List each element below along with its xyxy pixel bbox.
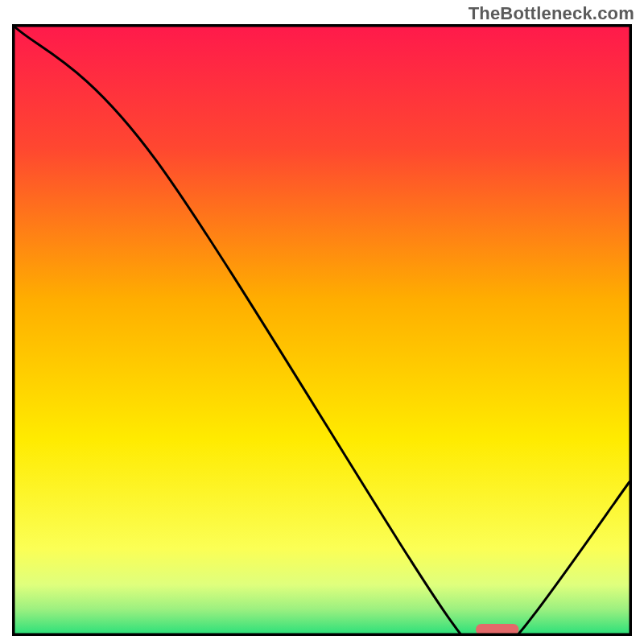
bottleneck-chart (12, 24, 632, 636)
watermark-text: TheBottleneck.com (469, 3, 634, 24)
chart-background (14, 27, 630, 634)
chart-container: TheBottleneck.com (0, 0, 644, 644)
